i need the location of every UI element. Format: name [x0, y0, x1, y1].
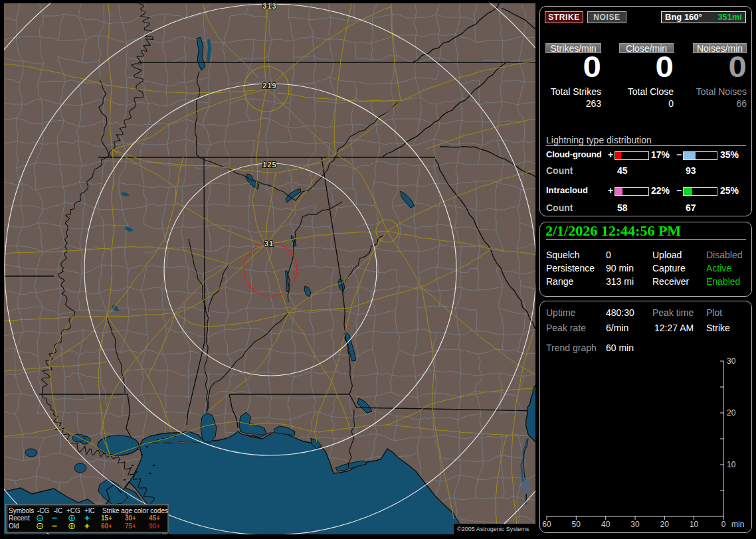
- svg-text:30: 30: [727, 356, 736, 366]
- svg-text:10: 10: [727, 460, 736, 469]
- svg-text:20: 20: [660, 520, 670, 529]
- svg-text:30: 30: [630, 520, 640, 529]
- svg-text:60: 60: [542, 520, 551, 529]
- svg-text:40: 40: [601, 520, 611, 529]
- svg-text:60+: 60+: [101, 522, 112, 530]
- svg-text:Symbols: Symbols: [9, 507, 34, 514]
- svg-text:20: 20: [727, 408, 736, 418]
- svg-text:219: 219: [262, 82, 276, 90]
- svg-text:-IC: -IC: [54, 507, 62, 514]
- svg-text:min: min: [731, 520, 744, 529]
- svg-text:+IC: +IC: [84, 507, 95, 514]
- svg-text:31: 31: [264, 240, 274, 248]
- svg-text:0: 0: [721, 520, 726, 529]
- svg-text:313: 313: [262, 3, 276, 10]
- svg-text:90+: 90+: [149, 522, 160, 530]
- svg-text:10: 10: [690, 520, 699, 529]
- svg-text:125: 125: [262, 161, 276, 169]
- svg-text:©2005 Astrogenic Systems: ©2005 Astrogenic Systems: [457, 526, 529, 532]
- svg-text:15+: 15+: [101, 514, 112, 522]
- svg-text:Strike age color codes: Strike age color codes: [102, 507, 168, 514]
- svg-text:Recent: Recent: [9, 514, 30, 522]
- svg-text:45+: 45+: [149, 514, 160, 522]
- svg-text:-CG: -CG: [37, 507, 50, 514]
- svg-text:30+: 30+: [125, 514, 136, 522]
- svg-text:+CG: +CG: [66, 507, 80, 514]
- svg-text:Old: Old: [9, 522, 19, 530]
- svg-text:75+: 75+: [125, 522, 136, 530]
- svg-text:50: 50: [572, 520, 581, 529]
